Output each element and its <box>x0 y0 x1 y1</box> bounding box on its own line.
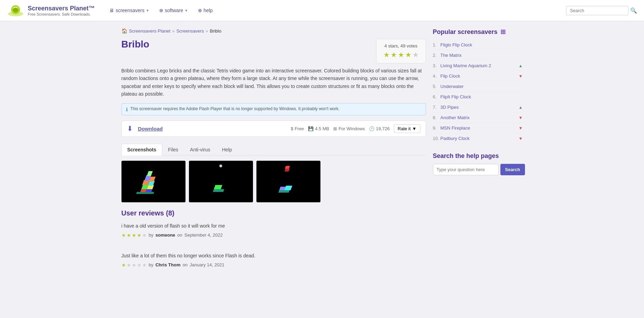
price-label: Free <box>295 126 304 131</box>
star-5: ★ <box>412 51 419 59</box>
star-rating: ★ ★ ★ ★ ★ <box>383 51 419 59</box>
logo-text: Screensavers Planet™ Free Screensavers. … <box>28 5 95 16</box>
popular-link-10[interactable]: Padbury Clock <box>441 136 519 141</box>
review-date-2: January 14, 2021 <box>190 262 224 267</box>
logo-link[interactable]: Screensavers Planet™ Free Screensavers. … <box>7 3 95 17</box>
search-button[interactable]: 🔍 <box>630 7 637 14</box>
screenshot-1 <box>121 161 185 202</box>
review-author-2: Chris Thom <box>155 262 180 267</box>
popular-link-9[interactable]: MSN Fireplace <box>441 125 519 131</box>
download-bar: ⬇ Download $ Free 💾 4.5 MB ⊞ For Windows… <box>121 121 426 137</box>
tab-files[interactable]: Files <box>162 144 184 155</box>
popular-link-7[interactable]: 3D Pipes <box>441 105 519 110</box>
popular-link-5[interactable]: Underwater <box>441 84 523 89</box>
popular-num-4: 4. <box>433 73 441 79</box>
nav-help[interactable]: ⊕ help <box>194 6 217 15</box>
popular-link-2[interactable]: The Matrix <box>441 53 523 58</box>
platform-label: For Windows <box>338 126 365 131</box>
review-stars-2: ★ ★ ★ ★ ★ <box>121 262 147 268</box>
monitor-icon: 🖥 <box>109 8 114 13</box>
popular-num-3: 3. <box>433 63 441 68</box>
tab-screenshots[interactable]: Screenshots <box>121 144 162 156</box>
star-1: ★ <box>383 51 390 59</box>
tabs: Screenshots Files Anti-virus Help <box>121 144 426 156</box>
breadcrumb: 🏠 Screensavers Planet » Screensavers » B… <box>121 28 426 34</box>
chevron-down-icon: ▼ <box>184 9 188 12</box>
warning-text: This screensaver requires the Adobe Flas… <box>130 106 340 111</box>
popular-title-text: Popular screensavers <box>433 28 498 36</box>
breadcrumb-screensavers-link[interactable]: Screensavers <box>176 28 204 34</box>
platform-item: ⊞ For Windows <box>333 126 365 131</box>
popular-list: 1. Fliglo Flip Clock 2. The Matrix 3. Li… <box>433 40 523 144</box>
price-item: $ Free <box>291 126 304 131</box>
grid-icon: ⊞ <box>500 28 506 36</box>
popular-link-6[interactable]: FlipIt Flip Clock <box>441 94 523 99</box>
help-search-button[interactable]: Search <box>500 164 525 175</box>
breadcrumb-home-link[interactable]: Screensavers Planet <box>129 28 171 34</box>
download-count: 19,726 <box>376 126 390 131</box>
popular-link-4[interactable]: Flip Clock <box>441 73 519 79</box>
popular-num-8: 8. <box>433 115 441 120</box>
home-icon: 🏠 <box>121 28 127 34</box>
star-3: ★ <box>398 51 404 59</box>
popular-link-1[interactable]: Fliglo Flip Clock <box>441 42 523 47</box>
popular-num-10: 10. <box>433 136 441 141</box>
software-icon: ⊕ <box>159 8 163 13</box>
tab-antivirus[interactable]: Anti-virus <box>184 144 216 155</box>
sidebar: Popular screensavers ⊞ 1. Fliglo Flip Cl… <box>433 28 523 282</box>
screenshot-1-img <box>121 161 185 202</box>
help-search-input[interactable] <box>433 164 499 175</box>
trend-down-icon-8: ▼ <box>519 115 523 120</box>
review-text-2: Just like a lot of them this no longer w… <box>121 252 426 259</box>
popular-link-8[interactable]: Another Matrix <box>441 115 519 120</box>
logo-subtitle: Free Screensavers. Safe Downloads. <box>28 12 95 16</box>
screenshot-3-img <box>256 161 320 202</box>
review-date-1: September 4, 2022 <box>184 232 223 238</box>
screenshots-section <box>121 161 426 202</box>
clock-icon: 🕐 <box>369 126 374 131</box>
header-search: 🔍 <box>566 6 637 15</box>
popular-link-3[interactable]: Living Marine Aquarium 2 <box>441 63 519 68</box>
count-item: 🕐 19,726 <box>369 126 390 131</box>
popular-num-7: 7. <box>433 105 441 110</box>
popular-num-5: 5. <box>433 84 441 89</box>
trend-down-icon-9: ▼ <box>519 126 523 131</box>
download-link[interactable]: Download <box>138 126 163 132</box>
rate-button[interactable]: Rate it ▼ <box>394 124 420 133</box>
breadcrumb-separator-2: » <box>206 28 208 34</box>
popular-item-1: 1. Fliglo Flip Clock <box>433 40 523 50</box>
review-stars-1: ★ ★ ★ ★ ★ <box>121 232 147 238</box>
nav-software[interactable]: ⊕ software ▼ <box>155 6 192 15</box>
review-item-1: i have a old version of flash so it will… <box>121 222 426 245</box>
help-icon: ⊕ <box>198 8 202 13</box>
rating-text: 4 stars, 49 votes <box>383 43 419 48</box>
popular-item-2: 2. The Matrix <box>433 50 523 61</box>
flash-warning: ℹ This screensaver requires the Adobe Fl… <box>121 103 426 115</box>
review-item-2: Just like a lot of them this no longer w… <box>121 252 426 275</box>
popular-item-5: 5. Underwater <box>433 81 523 92</box>
nav-screensavers[interactable]: 🖥 screensavers ▼ <box>105 6 153 15</box>
trend-down-icon-10: ▼ <box>519 136 523 141</box>
star-4: ★ <box>405 51 411 59</box>
header: Screensavers Planet™ Free Screensavers. … <box>0 0 644 21</box>
reviews-title: User reviews (8) <box>121 209 426 217</box>
breadcrumb-separator: » <box>172 28 174 34</box>
popular-section: Popular screensavers ⊞ 1. Fliglo Flip Cl… <box>433 28 523 144</box>
size-label: 4.5 MB <box>315 126 329 131</box>
file-icon: 💾 <box>308 126 314 131</box>
download-meta: $ Free 💾 4.5 MB ⊞ For Windows 🕐 19,726 R… <box>291 124 420 133</box>
popular-num-9: 9. <box>433 125 441 131</box>
review-author-1: someone <box>155 232 175 238</box>
title-section: 4 stars, 49 votes ★ ★ ★ ★ ★ Briblo <box>121 39 426 63</box>
popular-item-9: 9. MSN Fireplace ▼ <box>433 123 523 133</box>
rating-box: 4 stars, 49 votes ★ ★ ★ ★ ★ <box>376 39 426 63</box>
dollar-icon: $ <box>291 126 293 131</box>
review-meta-1: ★ ★ ★ ★ ★ by someone on September 4, 202… <box>121 232 426 238</box>
screenshot-2-img <box>189 161 253 202</box>
breadcrumb-current: Briblo <box>210 28 221 34</box>
popular-title: Popular screensavers ⊞ <box>433 28 523 36</box>
search-input[interactable] <box>566 6 628 15</box>
svg-rect-17 <box>213 189 224 192</box>
popular-num-6: 6. <box>433 94 441 99</box>
tab-help[interactable]: Help <box>216 144 238 155</box>
